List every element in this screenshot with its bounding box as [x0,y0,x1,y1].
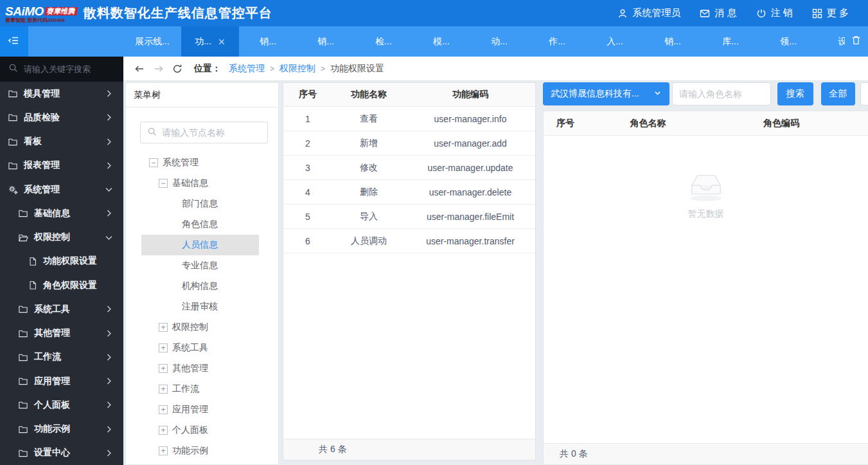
tab[interactable]: 动... [470,26,528,57]
tree-node[interactable]: +个人面板 [141,420,259,441]
search-icon [8,63,18,75]
sidebar-item[interactable]: 看板 [0,130,123,154]
table-row[interactable]: 4删除user-manager.delete [283,180,535,205]
close-icon[interactable] [218,38,226,46]
back-icon[interactable] [134,64,145,74]
tree-search-input[interactable] [162,127,252,138]
tree-node[interactable]: 专业信息 [141,255,259,276]
breadcrumb-link[interactable]: 系统管理 [229,63,265,75]
expand-toggle-icon[interactable]: + [159,405,168,414]
chevron-right-icon [105,161,113,170]
collapse-menu-button[interactable] [0,26,28,57]
folder-open-icon [18,233,28,242]
tree-node[interactable]: +权限控制 [141,317,259,338]
sidebar-item[interactable]: 系统管理 [0,178,123,201]
expand-toggle-icon[interactable]: + [159,323,168,332]
tab[interactable]: 模... [412,26,470,57]
sidebar-item[interactable]: 功能示例 [0,417,123,441]
table-row[interactable]: 5导入user-manager.fileEmit [283,205,535,229]
sidebar-item[interactable]: 模具管理 [0,82,123,105]
table-cell: 新增 [332,138,405,149]
table-row[interactable]: 1查看user-manager.info [283,107,535,131]
expand-toggle-icon[interactable]: + [159,446,168,455]
tree-node[interactable]: 部门信息 [141,194,259,214]
table-row[interactable]: 6人员调动user-manager.transfer [283,229,535,253]
sidebar-item[interactable]: 设置中心 [0,441,123,465]
tab[interactable]: 作... [528,26,586,57]
sidebar-search[interactable] [0,57,123,82]
tab[interactable]: 功... [181,26,239,57]
sidebar-item[interactable]: 功能权限设置 [0,250,123,273]
grid-more-icon [812,8,822,19]
chevron-right-icon [105,89,113,98]
chevron-right-icon [105,353,113,361]
sidebar-item[interactable]: 基础信息 [0,201,123,225]
tab[interactable]: 销... [644,26,702,57]
sidebar-item[interactable]: 角色权限设置 [0,273,123,297]
tree-node[interactable]: −基础信息 [141,173,259,194]
sidebar-item[interactable]: 个人面板 [0,393,123,417]
more-button[interactable]: 更 多 [812,7,849,19]
breadcrumb-link[interactable]: 权限控制 [279,63,315,75]
table-row[interactable]: 3修改user-manager.update [283,156,535,180]
tree-node[interactable]: 角色信息 [141,214,259,235]
tree-node[interactable]: 机构信息 [141,276,259,296]
mail-icon [700,8,710,19]
tree-search[interactable] [140,122,268,143]
expand-toggle-icon[interactable]: + [159,385,168,394]
company-select[interactable]: 武汉博晟信息科技有... [543,82,669,105]
collapse-toggle-icon[interactable]: − [149,158,158,167]
role-table-header-cell: 角色编码 [695,118,868,129]
tree-node[interactable]: 注册审核 [141,296,259,317]
logo-subtitle: 赛摩智能 股票代码300466 [5,18,77,23]
sidebar-search-input[interactable] [24,64,107,74]
expand-toggle-icon[interactable]: + [159,364,168,373]
forward-icon[interactable] [153,64,164,74]
sidebar-item[interactable]: 系统工具 [0,297,123,321]
sidebar-item[interactable]: 品质检验 [0,105,123,129]
sidebar-item[interactable]: 应用管理 [0,369,123,393]
folder-icon [8,137,18,147]
tree-node[interactable]: +工作流 [141,379,259,399]
tree-node-label: 应用管理 [172,404,208,415]
role-name-input[interactable] [672,82,771,105]
sidebar-item[interactable]: 权限控制 [0,226,123,250]
tab[interactable]: 销... [297,26,355,57]
table-row[interactable]: 2新增user-manager.add [283,131,535,156]
chevron-right-icon [105,138,113,146]
tab[interactable]: 入... [586,26,644,57]
tree-node[interactable]: 人员信息 [141,235,259,255]
messages-button[interactable]: 消 息 [700,7,736,19]
tab[interactable]: 库... [702,26,759,57]
current-user[interactable]: 系统管理员 [617,7,680,19]
expand-toggle-icon[interactable]: + [159,343,168,352]
tree-node[interactable]: +其他管理 [141,358,259,379]
sidebar-item[interactable]: 工作流 [0,345,123,369]
power-icon [756,8,766,19]
tab[interactable]: 检... [355,26,412,57]
refresh-icon[interactable] [172,64,182,74]
all-button[interactable]: 全部 [821,82,856,105]
search-button[interactable]: 搜索 [777,82,813,105]
partial-button[interactable] [860,82,868,105]
sidebar-item-label: 个人面板 [34,399,70,411]
logout-button[interactable]: 注 销 [756,7,793,19]
role-table-header: 序号角色名称角色编码 [544,111,868,136]
collapse-toggle-icon[interactable]: − [159,179,168,188]
tree-node[interactable]: +应用管理 [141,399,259,420]
close-all-tabs-button[interactable] [845,26,867,57]
tab[interactable]: 展示线... [123,26,181,57]
expand-toggle-icon[interactable]: + [159,426,168,435]
breadcrumb: 位置： 系统管理>权限控制>功能权限设置 [123,57,868,81]
tab[interactable]: 销... [239,26,297,57]
tab-label: 模... [433,36,450,48]
role-toolbar: 武汉博晟信息科技有... 搜索 全部 [543,82,868,105]
folder-icon [18,448,28,458]
tree-node[interactable]: +系统工具 [141,338,259,358]
tab[interactable]: 领... [759,26,817,57]
sidebar-item[interactable]: 报表管理 [0,154,123,178]
tree-node[interactable]: −系统管理 [141,152,259,173]
sidebar-item[interactable]: 其他管理 [0,322,123,345]
tree-node[interactable]: +功能示例 [141,441,259,461]
tab[interactable]: 设... [817,26,845,57]
